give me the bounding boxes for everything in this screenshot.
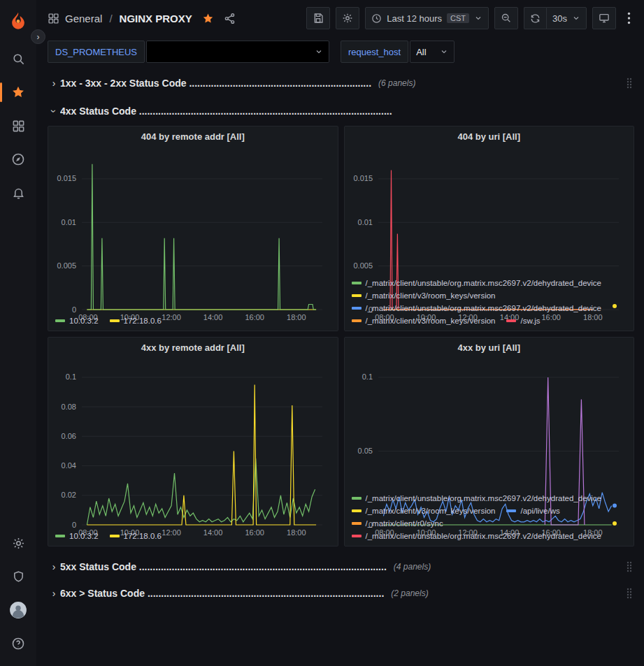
row-drag-handle[interactable]: [624, 561, 634, 572]
sidebar-expand-toggle[interactable]: ›: [31, 29, 45, 44]
dashboard-scroll-area[interactable]: › 1xx - 3xx - 2xx Status Code ..........…: [36, 70, 644, 666]
dashboard-title[interactable]: NGINX PROXY: [120, 13, 192, 24]
legend-item[interactable]: 172.18.0.6: [110, 530, 162, 542]
panel-legend: /_matrix/client/unstable/org.matrix.msc2…: [345, 490, 634, 546]
more-options-kebab[interactable]: [622, 7, 636, 29]
row-title: 4xx Status Code ........................…: [60, 106, 392, 117]
breadcrumb-section[interactable]: General: [65, 13, 102, 24]
legend-item[interactable]: /api/live/ws: [506, 505, 559, 516]
save-dashboard-button[interactable]: [306, 7, 330, 29]
time-range-picker[interactable]: Last 12 hours CST: [365, 7, 489, 29]
top-navbar: General / NGINX PROXY Last 12 hours: [36, 0, 644, 36]
grafana-logo[interactable]: [4, 7, 32, 35]
main-column: General / NGINX PROXY Last 12 hours: [36, 0, 644, 666]
gear-icon: [342, 13, 353, 24]
chart-canvas-404-remote-addr[interactable]: 00.0050.010.01508:0010:0012:0014:0016:00…: [50, 147, 334, 312]
starred-dashboards-icon[interactable]: [4, 78, 32, 106]
row-4xx[interactable]: › 4xx Status Code ......................…: [48, 101, 634, 122]
svg-text:0.02: 0.02: [62, 491, 76, 499]
panel-legend: 10.0.3.2172.18.0.6: [48, 312, 338, 331]
alerting-bell-icon[interactable]: [4, 179, 32, 207]
search-icon[interactable]: [4, 45, 32, 73]
panel-404-by-remote-addr: 404 by remote addr [All] 00.0050.010.015…: [48, 126, 338, 331]
request-host-label[interactable]: request_host: [341, 41, 408, 63]
chevron-down-icon: [315, 48, 323, 56]
legend-item[interactable]: /_matrix/client/v3/room_keys/version: [352, 315, 496, 326]
row-drag-handle[interactable]: [624, 588, 634, 599]
explore-compass-icon[interactable]: [4, 145, 32, 173]
app-root: › General / NGINX PROXY: [0, 0, 644, 666]
request-host-select[interactable]: All: [410, 41, 455, 63]
left-sidebar: [0, 0, 36, 666]
svg-text:0.005: 0.005: [353, 261, 373, 270]
favorite-star-icon[interactable]: [202, 13, 214, 24]
svg-text:0.06: 0.06: [62, 432, 76, 440]
legend-item[interactable]: /_matrix/client/unstable/org.matrix.msc2…: [352, 493, 602, 504]
ds-prometheus-select[interactable]: [146, 41, 329, 63]
panel-title[interactable]: 404 by uri [All]: [345, 126, 634, 146]
ds-prometheus-label[interactable]: DS_PROMETHEUS: [48, 41, 145, 63]
panel-title[interactable]: 4xx by remote addr [All]: [48, 338, 338, 357]
svg-text:0.015: 0.015: [353, 174, 373, 182]
panel-legend: 10.0.3.2172.18.0.6: [48, 528, 338, 546]
legend-item[interactable]: /sw.js: [506, 315, 540, 326]
refresh-button[interactable]: [524, 7, 546, 29]
dashboards-icon[interactable]: [4, 112, 32, 140]
time-range-label: Last 12 hours: [387, 13, 442, 24]
refresh-interval-value: 30s: [552, 13, 567, 24]
configuration-gear-icon[interactable]: [4, 529, 32, 557]
share-icon[interactable]: [224, 13, 236, 24]
ds-prometheus-variable: DS_PROMETHEUS: [48, 41, 329, 63]
help-icon[interactable]: [4, 630, 32, 658]
chart-canvas-4xx-uri[interactable]: 00.050.108:0010:0012:0014:0016:0018:00: [346, 359, 630, 490]
zoom-out-icon: [501, 13, 512, 24]
panel-title[interactable]: 4xx by uri [All]: [345, 338, 634, 357]
chart-canvas-4xx-remote-addr[interactable]: 00.020.040.060.080.108:0010:0012:0014:00…: [50, 359, 334, 528]
refresh-controls: 30s: [524, 7, 587, 29]
apps-grid-icon[interactable]: [48, 13, 59, 24]
chevron-right-icon: ›: [48, 561, 60, 572]
legend-item[interactable]: 10.0.3.2: [55, 315, 99, 326]
chevron-down-icon: [572, 14, 580, 22]
zoom-out-time-button[interactable]: [494, 7, 518, 29]
row-1xx-3xx-2xx[interactable]: › 1xx - 3xx - 2xx Status Code ..........…: [48, 73, 634, 94]
dashboard-settings-button[interactable]: [336, 7, 359, 29]
legend-item[interactable]: 10.0.3.2: [55, 530, 99, 542]
svg-text:0.04: 0.04: [62, 461, 76, 470]
svg-text:0.1: 0.1: [362, 372, 372, 381]
refresh-interval-dropdown[interactable]: 30s: [546, 7, 587, 29]
chevron-down-icon: [440, 48, 448, 56]
legend-item[interactable]: /_matrix/client/r0/sync: [352, 518, 443, 529]
row-6xx[interactable]: › 6xx > Status Code ....................…: [48, 583, 634, 604]
chevron-right-icon: ›: [48, 588, 60, 599]
chevron-down-icon: [474, 14, 482, 22]
user-avatar[interactable]: [4, 596, 32, 624]
row-title: 5xx Status Code ........................…: [60, 561, 387, 572]
row-title: 6xx > Status Code ......................…: [60, 588, 384, 599]
timezone-badge: CST: [447, 13, 469, 23]
row-panel-count: (6 panels): [378, 78, 415, 88]
panel-4xx-by-uri: 4xx by uri [All] 00.050.108:0010:0012:00…: [344, 337, 635, 546]
svg-text:0.01: 0.01: [357, 218, 372, 226]
chart-canvas-404-uri[interactable]: 00.0050.010.01508:0010:0012:0014:0016:00…: [346, 147, 630, 275]
flame-icon: [8, 11, 28, 31]
legend-item[interactable]: /_matrix/client/unstable/org.matrix.msc2…: [352, 530, 602, 542]
dashboard-variables-row: DS_PROMETHEUS request_host All: [36, 36, 644, 70]
svg-text:0.015: 0.015: [57, 174, 76, 182]
breadcrumb-separator: /: [109, 13, 112, 24]
row-panel-count: (4 panels): [394, 562, 431, 572]
panel-legend: /_matrix/client/unstable/org.matrix.msc2…: [345, 275, 634, 331]
row-5xx[interactable]: › 5xx Status Code ......................…: [48, 556, 634, 577]
server-admin-shield-icon[interactable]: [4, 563, 32, 591]
svg-text:0.005: 0.005: [57, 261, 76, 270]
legend-item[interactable]: /_matrix/client/v3/room_keys/version: [352, 505, 496, 516]
clock-icon: [371, 13, 382, 24]
legend-item[interactable]: /_matrix/client/unstable/org.matrix.msc2…: [352, 303, 602, 314]
panel-title[interactable]: 404 by remote addr [All]: [48, 126, 338, 146]
row-drag-handle[interactable]: [624, 78, 634, 89]
legend-item[interactable]: 172.18.0.6: [110, 315, 162, 326]
save-icon: [313, 13, 324, 24]
tv-mode-button[interactable]: [592, 7, 616, 29]
legend-item[interactable]: /_matrix/client/unstable/org.matrix.msc2…: [352, 277, 602, 289]
legend-item[interactable]: /_matrix/client/v3/room_keys/version: [352, 290, 496, 301]
